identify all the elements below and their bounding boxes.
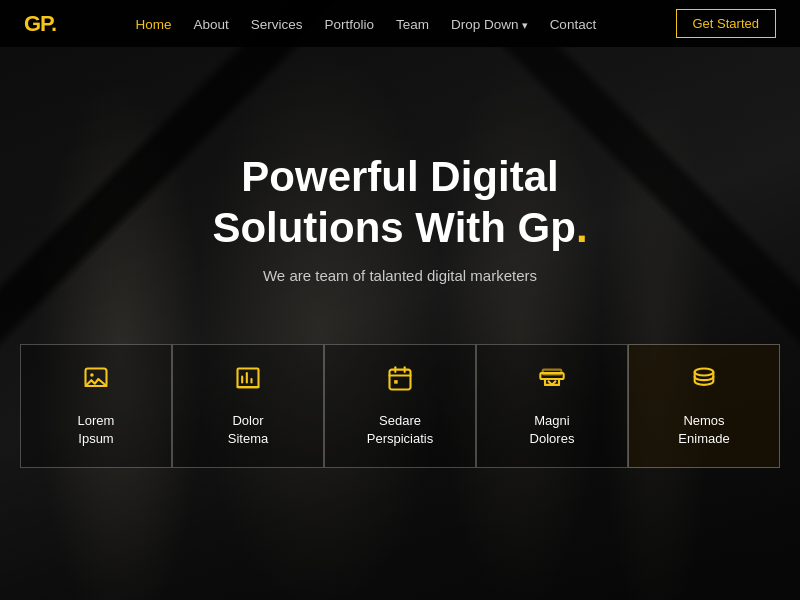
hero-title-accent: . [576, 204, 588, 251]
hero-section: GP. Home About Services Portfolio Team D… [0, 0, 800, 600]
feature-label-3: MagniDolores [493, 412, 611, 448]
feature-card-0[interactable]: LoremIpsum [20, 344, 172, 467]
nav-link-team[interactable]: Team [396, 17, 429, 32]
svg-rect-2 [238, 369, 259, 388]
nav-item-home[interactable]: Home [135, 15, 171, 33]
svg-point-1 [90, 373, 94, 377]
nav-item-services[interactable]: Services [251, 15, 303, 33]
hero-title: Powerful Digital Solutions With Gp. [212, 152, 587, 253]
logo-text: GP [24, 11, 51, 36]
nav-item-portfolio[interactable]: Portfolio [324, 15, 374, 33]
hero-title-line1: Powerful Digital [241, 153, 558, 200]
feature-label-4: NemosEnimade [645, 412, 763, 448]
nav-link-about[interactable]: About [193, 17, 228, 32]
nav-link-dropdown[interactable]: Drop Down [451, 17, 528, 32]
database-icon [645, 365, 763, 400]
feature-card-4[interactable]: NemosEnimade [628, 344, 780, 467]
nav-item-dropdown[interactable]: Drop Down [451, 15, 528, 33]
get-started-button[interactable]: Get Started [676, 9, 776, 38]
nav-link-contact[interactable]: Contact [550, 17, 597, 32]
feature-card-1[interactable]: DolorSitema [172, 344, 324, 467]
nav-link-portfolio[interactable]: Portfolio [324, 17, 374, 32]
layers-icon [493, 365, 611, 400]
feature-card-3[interactable]: MagniDolores [476, 344, 628, 467]
nav-item-contact[interactable]: Contact [550, 15, 597, 33]
chart-icon [189, 365, 307, 400]
feature-label-1: DolorSitema [189, 412, 307, 448]
hero-content: Powerful Digital Solutions With Gp. We a… [0, 0, 800, 600]
hero-subtitle: We are team of talanted digital marketer… [263, 267, 537, 284]
nav-links: Home About Services Portfolio Team Drop … [135, 15, 596, 33]
nav-link-services[interactable]: Services [251, 17, 303, 32]
feature-label-2: SedarePerspiciatis [341, 412, 459, 448]
nav-item-about[interactable]: About [193, 15, 228, 33]
hero-title-line2: Solutions With Gp [212, 204, 576, 251]
brand-logo[interactable]: GP. [24, 11, 56, 37]
feature-label-0: LoremIpsum [37, 412, 155, 448]
image-icon [37, 365, 155, 400]
svg-point-17 [695, 369, 714, 376]
logo-dot: . [51, 11, 56, 36]
feature-card-2[interactable]: SedarePerspiciatis [324, 344, 476, 467]
svg-rect-13 [543, 370, 562, 375]
svg-rect-11 [394, 380, 398, 384]
feature-cards: LoremIpsum DolorSitema [20, 344, 780, 467]
nav-item-team[interactable]: Team [396, 15, 429, 33]
nav-link-home[interactable]: Home [135, 17, 171, 32]
navbar: GP. Home About Services Portfolio Team D… [0, 0, 800, 47]
svg-rect-7 [390, 370, 411, 390]
calendar-icon [341, 365, 459, 400]
